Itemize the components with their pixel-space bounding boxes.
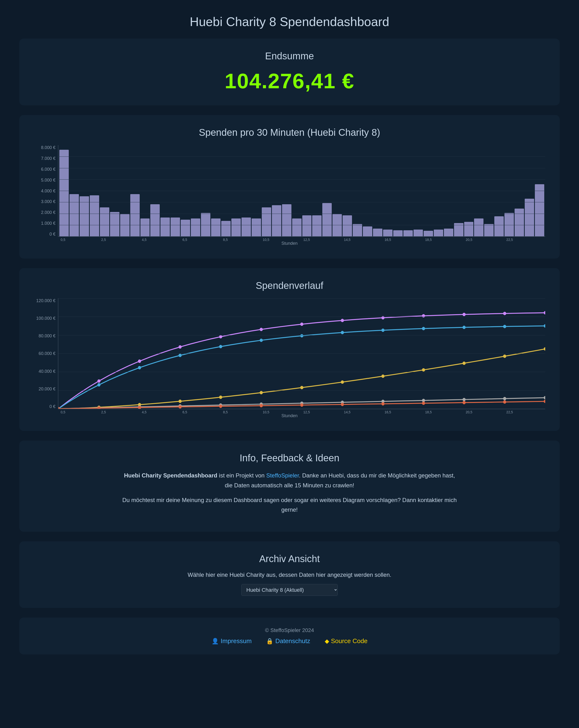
line-dot (544, 399, 545, 403)
datenschutz-icon: 🔒 (266, 638, 273, 645)
line-dot (503, 325, 506, 328)
line-dot (341, 331, 344, 334)
bar-item (514, 209, 524, 236)
line-dot (219, 345, 222, 348)
line-dot (544, 311, 545, 314)
bar-item (120, 214, 130, 236)
line-dot (462, 401, 465, 405)
bar-item (413, 230, 423, 236)
line-dot (178, 354, 182, 357)
bar-item (171, 217, 180, 236)
line-dot (341, 381, 344, 384)
bar-item (110, 212, 120, 236)
bar-item (160, 217, 170, 236)
sourcecode-label: Source Code (331, 637, 368, 645)
line-dot (259, 404, 263, 407)
bar-item (90, 195, 99, 236)
line-chart-y-axis: 120.000 € 100.000 € 80.000 € 60.000 € 40… (34, 298, 58, 409)
footer: © SteffоSpieler 2024 👤 Impressum 🔒 Daten… (19, 618, 560, 654)
info-paragraph-1: Huebi Charity Spendendashboard ist ein P… (121, 471, 458, 491)
sourcecode-icon: ◆ (325, 638, 329, 645)
bar-item (332, 214, 342, 236)
line-dot (300, 334, 303, 337)
bar-item (474, 218, 483, 236)
line-dot (259, 339, 263, 342)
bar-item (70, 194, 79, 236)
page-title: Huebi Charity 8 Spendendashboard (19, 10, 560, 29)
line-dot (178, 345, 182, 349)
bar-item (504, 213, 514, 236)
endsumme-card: Endsumme 104.276,41 € (19, 38, 560, 105)
archiv-subtitle: Wähle hier eine Huebi Charity aus, desse… (34, 572, 545, 578)
bar-chart-area (58, 145, 545, 237)
bar-chart-y-axis: 8.000 € 7.000 € 6.000 € 5.000 € 4.000 € … (34, 145, 58, 237)
archiv-select[interactable]: Huebi Charity 8 (Aktuell)Huebi Charity 7… (241, 584, 338, 596)
info-bold: Huebi Charity Spendendashboard (124, 472, 217, 479)
bar-item (535, 184, 544, 236)
bar-item (252, 218, 261, 236)
line-dot (422, 368, 425, 371)
line-chart-card: Spendenverlauf 120.000 € 100.000 € 80.00… (19, 268, 560, 431)
line-dot (341, 403, 344, 406)
line-dot (462, 362, 465, 365)
bar-item (444, 229, 453, 236)
bar-item (100, 207, 109, 236)
bar-item (221, 221, 231, 236)
bar-item (464, 222, 474, 236)
bar-chart-card: Spenden pro 30 Minuten (Huebi Charity 8)… (19, 115, 560, 259)
line-dot (544, 324, 545, 328)
datenschutz-label: Datenschutz (275, 637, 310, 645)
bar-item (525, 199, 534, 236)
bar-item (231, 218, 241, 236)
sourcecode-link[interactable]: ◆ Source Code (325, 637, 368, 645)
line-dot (259, 391, 263, 394)
line-dot (381, 374, 384, 378)
steffospieler-link[interactable]: SteffоSpieler (266, 472, 299, 479)
bar-item (383, 230, 393, 236)
bar-item (373, 229, 382, 236)
bar-item (181, 220, 190, 236)
bar-item (150, 204, 160, 236)
line-path (58, 326, 545, 409)
line-chart-x-label: Stunden (34, 413, 545, 418)
bar-item (312, 215, 322, 236)
line-dot (138, 366, 141, 369)
bar-item (282, 204, 292, 236)
line-dot (219, 335, 222, 338)
bar-item (353, 224, 362, 236)
archiv-card: Archiv Ansicht Wähle hier eine Huebi Cha… (19, 541, 560, 608)
bar-item (434, 230, 443, 236)
line-dot (381, 402, 384, 406)
footer-copyright: © SteffоSpieler 2024 (24, 627, 555, 633)
bar-item (191, 218, 200, 236)
bar-item (242, 217, 251, 236)
line-dot (462, 313, 465, 316)
line-dot (219, 395, 222, 399)
datenschutz-link[interactable]: 🔒 Datenschutz (266, 637, 310, 645)
line-dot (503, 397, 506, 400)
line-dot (138, 360, 141, 363)
bar-chart-title: Spenden pro 30 Minuten (Huebi Charity 8) (34, 127, 545, 138)
line-dot (422, 401, 425, 405)
bar-item (59, 150, 69, 236)
bar-item (292, 218, 302, 236)
bar-item (363, 227, 372, 236)
bar-item (494, 216, 504, 236)
info-paragraph-2: Du möchtest mir deine Meinung zu diesem … (121, 495, 458, 515)
bar-item (130, 194, 140, 236)
bar-item (393, 230, 403, 236)
bar-item (262, 207, 271, 236)
bar-item (141, 218, 150, 236)
bar-chart-wrapper: 8.000 € 7.000 € 6.000 € 5.000 € 4.000 € … (34, 145, 545, 246)
line-dot (98, 383, 101, 387)
impressum-label: Impressum (221, 637, 252, 645)
line-dot (98, 379, 101, 383)
line-dot (544, 396, 545, 399)
line-dot (503, 312, 506, 315)
line-dot (422, 327, 425, 330)
bar-item (302, 215, 312, 236)
line-dot (503, 400, 506, 404)
line-dot (300, 404, 303, 407)
impressum-link[interactable]: 👤 Impressum (211, 637, 252, 645)
line-chart-title: Spendenverlauf (34, 280, 545, 291)
